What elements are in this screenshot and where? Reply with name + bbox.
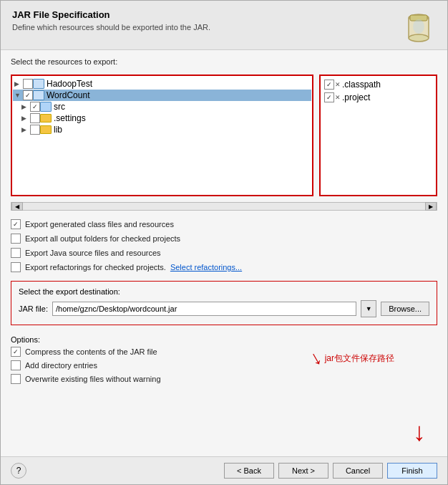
cb-wordcount[interactable] (23, 90, 33, 100)
tree-item-wordcount[interactable]: ▼ WordCount (13, 90, 311, 101)
cb-settings[interactable] (30, 113, 40, 123)
arrow-src: ▶ (21, 103, 30, 110)
cb-export-class-label: Export generated class files and resourc… (25, 220, 174, 229)
cancel-button[interactable]: Cancel (333, 463, 383, 479)
arrow-wordcount: ▼ (14, 92, 23, 99)
cb-lib[interactable] (30, 125, 40, 135)
scroll-track[interactable] (23, 203, 425, 210)
back-button[interactable]: < Back (224, 463, 274, 479)
jar-icon (401, 9, 436, 44)
arrow-settings: ▶ (21, 115, 30, 122)
x-classpath: ✕ (334, 81, 341, 88)
cb-export-output[interactable] (11, 234, 21, 244)
cb-row-export-class[interactable]: Export generated class files and resourc… (11, 219, 437, 229)
options-label: Options: (11, 335, 437, 344)
cb-hadoop[interactable] (23, 79, 33, 89)
svg-point-4 (413, 19, 424, 34)
src-icon (40, 102, 52, 112)
cb-compress[interactable] (11, 347, 21, 357)
file-item-project[interactable]: ✕ .project (321, 91, 435, 104)
cb-add-dir[interactable] (11, 360, 21, 370)
cb-row-export-output[interactable]: Export all output folders for checked pr… (11, 234, 437, 244)
cb-export-source-label: Export Java source files and resources (25, 249, 161, 257)
folder-icon-lib (40, 125, 52, 134)
cb-overwrite[interactable] (11, 374, 21, 384)
dialog-header-text: JAR File Specification Define which reso… (12, 9, 210, 32)
select-refactorings-link[interactable]: Select refactorings... (170, 263, 242, 272)
browse-button[interactable]: Browse... (381, 302, 429, 316)
arrow-lib: ▶ (21, 126, 30, 133)
next-button[interactable]: Next > (278, 463, 328, 479)
tree-item-hadoop[interactable]: ▶ HadoopTest (13, 78, 311, 90)
x-project: ✕ (334, 94, 341, 101)
cb-compress-label: Compress the contents of the JAR file (25, 347, 157, 356)
svg-point-2 (409, 34, 429, 42)
tree-item-src[interactable]: ▶ src (13, 101, 311, 112)
options-section: Options: Compress the contents of the JA… (11, 335, 437, 384)
jar-file-row: JAR file: ▼ Browse... (19, 300, 429, 317)
label-classpath: .classpath (342, 80, 381, 90)
jar-dialog: JAR File Specification Define which reso… (0, 0, 448, 485)
cb-row-add-dir[interactable]: Add directory entries (11, 360, 311, 370)
folder-icon-settings (40, 114, 52, 123)
jar-file-label: JAR file: (19, 304, 48, 313)
cb-row-compress[interactable]: Compress the contents of the JAR file (11, 347, 311, 357)
dialog-body: Select the resources to export: ▶ Hadoop… (1, 50, 447, 456)
cb-add-dir-label: Add directory entries (25, 361, 97, 370)
finish-button[interactable]: Finish (387, 463, 437, 479)
cb-export-refactor[interactable] (11, 262, 21, 272)
label-hadoop: HadoopTest (47, 79, 92, 89)
cb-row-export-source[interactable]: Export Java source files and resources (11, 248, 437, 258)
label-wordcount: WordCount (47, 90, 89, 100)
cb-project[interactable] (324, 92, 334, 102)
dialog-subtitle: Define which resources should be exporte… (12, 23, 210, 32)
cb-export-refactor-label: Export refactorings for checked projects… (25, 263, 166, 272)
scroll-left-btn[interactable]: ◀ (11, 202, 23, 211)
cb-export-source[interactable] (11, 248, 21, 258)
file-item-classpath[interactable]: ✕ .classpath (321, 78, 435, 91)
label-lib: lib (54, 125, 62, 135)
resources-area: ▶ HadoopTest ▼ WordCount ▶ src (11, 75, 437, 196)
tree-scrollbar[interactable]: ◀ ▶ (11, 202, 437, 211)
checkboxes-section: Export generated class files and resourc… (11, 219, 437, 272)
scroll-right-btn[interactable]: ▶ (425, 202, 437, 211)
cb-overwrite-label: Overwrite existing files without warning (25, 375, 161, 383)
project-icon-hadoop (33, 79, 44, 89)
dialog-header: JAR File Specification Define which reso… (1, 1, 447, 50)
dialog-footer: ? < Back Next > Cancel Finish (1, 456, 447, 484)
label-src: src (54, 102, 65, 112)
cb-row-overwrite[interactable]: Overwrite existing files without warning (11, 374, 311, 384)
jar-file-input[interactable] (52, 302, 356, 316)
label-project: .project (342, 92, 370, 102)
footer-buttons: < Back Next > Cancel Finish (224, 463, 437, 479)
cb-export-class[interactable] (11, 219, 21, 229)
help-button[interactable]: ? (11, 463, 26, 479)
cb-export-output-label: Export all output folders for checked pr… (25, 234, 180, 243)
arrow-hadoop: ▶ (14, 80, 23, 87)
jar-dropdown-btn[interactable]: ▼ (361, 300, 376, 317)
label-settings: .settings (54, 113, 86, 123)
cb-row-export-refactor[interactable]: Export refactorings for checked projects… (11, 262, 437, 272)
tree-panel[interactable]: ▶ HadoopTest ▼ WordCount ▶ src (11, 75, 313, 196)
tree-item-lib[interactable]: ▶ lib (13, 124, 311, 135)
cb-classpath[interactable] (324, 80, 334, 90)
project-icon-wordcount (33, 90, 44, 100)
tree-item-settings[interactable]: ▶ .settings (13, 112, 311, 124)
cb-src[interactable] (30, 102, 40, 112)
export-dest-label: Select the export destination: (19, 287, 429, 296)
files-panel[interactable]: ✕ .classpath ✕ .project (319, 75, 437, 196)
export-dest-section: Select the export destination: JAR file:… (11, 281, 437, 325)
dialog-title: JAR File Specification (12, 9, 210, 20)
resources-label: Select the resources to export: (11, 57, 437, 66)
annotation-text: jar包文件保存路径 (325, 352, 394, 365)
